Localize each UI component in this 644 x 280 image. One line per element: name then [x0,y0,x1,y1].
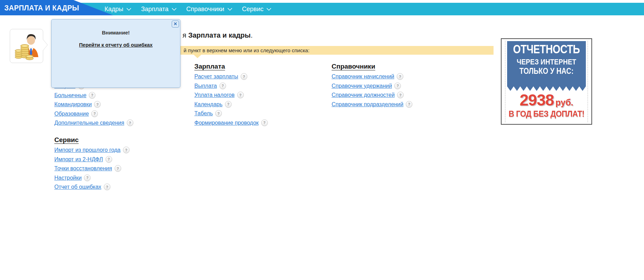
speech-bubble-tail [42,39,47,51]
menu-item[interactable]: Кадры [104,6,131,13]
money-person-illustration [10,29,43,63]
help-icon[interactable]: ? [123,147,130,153]
spravochniki-link-list: Справочник начислений ? Справочник удерж… [332,73,412,110]
help-icon[interactable]: ? [91,110,98,117]
list-item: Календарь ? [194,101,268,111]
page-title-suffix: . [251,31,253,39]
chevron-down-icon [266,6,271,10]
section-link[interactable]: Справочник должностей [332,92,395,98]
menu-item-label: Сервис [242,6,264,13]
chevron-down-icon [126,6,131,10]
ad-line4: В ГОД БЕЗ ДОПЛАТ! [503,109,590,119]
ad-price: 2938 руб. [502,91,591,109]
ad-banner[interactable]: ОТЧЕТНОСТЬ ЧЕРЕЗ ИНТЕРНЕТ ТОЛЬКО У НАС: … [501,38,592,125]
main-menu: Кадры Зарплата Справочники Сервис [104,3,271,15]
section-link[interactable]: Импорт из прошлого года [54,147,121,153]
menu-item[interactable]: Сервис [242,6,271,13]
instruction-text: й пункт в верхнем меню или из следующего… [184,47,310,53]
help-icon[interactable]: ? [394,83,401,89]
ad-line1: ОТЧЕТНОСТЬ [509,42,584,56]
ad-price-value: 2938 [520,91,554,109]
help-icon[interactable]: ? [225,101,232,108]
help-icon[interactable]: ? [219,83,226,89]
list-item: Табель ? [194,110,268,120]
close-icon[interactable]: ✕ [172,21,179,28]
help-icon[interactable]: ? [261,119,268,126]
section-kadry-links: Отпуска ? Больничные ? Командировки ? Об… [54,83,133,129]
menu-item-label: Кадры [104,6,123,13]
chevron-down-icon [172,6,177,10]
list-item: Выплата ? [194,83,268,92]
list-item: Командировки ? [54,101,133,111]
list-item: Настройки ? [54,175,130,184]
help-icon[interactable]: ? [94,101,101,108]
section-spravochniki: Справочники Справочник начислений ? Спра… [332,63,412,110]
section-link[interactable]: Дополнительные сведения [54,120,124,126]
list-item: Больничные ? [54,92,133,102]
help-icon[interactable]: ? [115,165,121,172]
section-title: Справочники [332,63,412,70]
ad-line2: ЧЕРЕЗ ИНТЕРНЕТ [509,57,584,66]
list-item: Справочник начислений ? [332,73,412,83]
ad-price-currency: руб. [556,98,573,107]
list-item: Импорт из 2-НДФЛ ? [54,156,130,166]
popup-title: Внимание! [52,30,180,36]
help-icon[interactable]: ? [406,101,412,108]
list-item: Отчет об ошибках ? [54,184,130,193]
help-icon[interactable]: ? [397,73,403,80]
section-link[interactable]: Больничные [54,92,86,99]
help-icon[interactable]: ? [127,119,133,126]
help-icon[interactable]: ? [237,92,244,98]
chevron-down-icon [227,6,232,10]
list-item: Справочник подразделений ? [332,101,412,111]
section-link[interactable]: Табель [194,110,213,117]
list-item: Дополнительные сведения ? [54,120,133,129]
menu-item-label: Справочники [186,6,224,13]
section-link[interactable]: Справочник начислений [332,73,394,80]
section-title: Зарплата [194,63,268,70]
help-icon[interactable]: ? [215,110,222,117]
help-icon[interactable]: ? [89,92,95,99]
section-title: Сервис [54,136,130,144]
list-item: Справочник удержаний ? [332,83,412,92]
section-link[interactable]: Импорт из 2-НДФЛ [54,156,103,163]
help-icon[interactable]: ? [106,156,112,163]
banner-pointer [194,55,201,58]
menu-item-label: Зарплата [141,6,169,13]
section-link[interactable]: Выплата [194,83,217,89]
list-item: Импорт из прошлого года ? [54,147,130,156]
section-link[interactable]: Отчет об ошибках [54,184,101,190]
list-item: Точки восстановления ? [54,165,130,175]
section-link[interactable]: Образование [54,111,89,117]
attention-popup: ✕ Внимание! Перейти к отчету об ошибках [51,19,180,88]
ad-header-block: ОТЧЕТНОСТЬ ЧЕРЕЗ ИНТЕРНЕТ ТОЛЬКО У НАС: [507,41,586,86]
app-logo-text: ЗАРПЛАТА И КАДРЫ [0,3,79,12]
help-icon[interactable]: ? [241,73,247,80]
section-link[interactable]: Настройки [54,175,82,181]
app-window: ЗАРПЛАТА И КАДРЫ Кадры Зарплата Справочн… [0,0,644,280]
top-navigation-bar: ЗАРПЛАТА И КАДРЫ Кадры Зарплата Справочн… [0,0,644,15]
zarplata-link-list: Расчет зарплаты ? Выплата ? Уплата налог… [194,73,268,129]
section-link[interactable]: Формирование проводок [194,120,259,126]
kadry-link-list: Больничные ? Командировки ? Образование … [54,92,133,129]
section-link[interactable]: Расчет зарплаты [194,73,238,80]
section-link[interactable]: Уплата налогов [194,92,235,98]
menu-item[interactable]: Справочники [186,6,232,13]
section-servis: Сервис Импорт из прошлого года ? Импорт … [54,136,130,193]
help-icon[interactable]: ? [397,92,404,98]
assistant-avatar [10,29,43,63]
help-icon[interactable]: ? [104,184,110,190]
section-link[interactable]: Точки восстановления [54,165,112,172]
section-link[interactable]: Справочник удержаний [332,83,392,89]
section-link[interactable]: Командировки [54,101,92,108]
list-item: Образование ? [54,111,133,120]
product-name: Зарплата и кадры [188,31,250,39]
instruction-banner: й пункт в верхнем меню или из следующего… [180,46,494,55]
section-zarplata: Зарплата Расчет зарплаты ? Выплата ? Упл… [194,63,268,129]
section-link[interactable]: Справочник подразделений [332,101,403,108]
list-item: Справочник должностей ? [332,92,412,101]
error-report-link[interactable]: Перейти к отчету об ошибках [52,42,180,48]
help-icon[interactable]: ? [84,174,91,181]
section-link[interactable]: Календарь [194,101,223,108]
menu-item[interactable]: Зарплата [141,6,176,13]
